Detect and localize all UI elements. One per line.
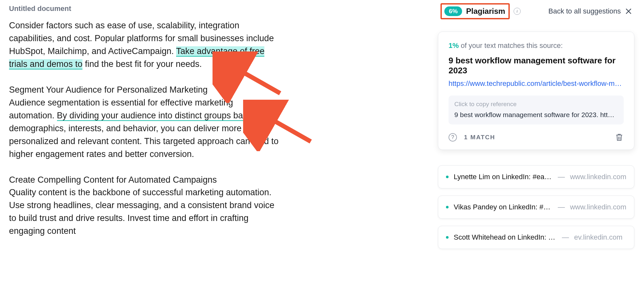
source-title: Lynette Lim on LinkedIn: #earthho… [454, 173, 553, 181]
match-percent: 1% [449, 41, 459, 50]
bullet-icon [446, 236, 449, 239]
copy-reference-hint: Click to copy reference [454, 101, 618, 108]
match-source-title: 9 best workflow management software for … [449, 56, 624, 76]
paragraph[interactable]: Consider factors such as ease of use, sc… [9, 19, 280, 71]
body-text: demographics, interests, and behavior, y… [9, 124, 279, 159]
dash: — [558, 203, 565, 211]
source-row[interactable]: Lynette Lim on LinkedIn: #earthho… — www… [438, 165, 634, 188]
bullet-icon [446, 176, 449, 178]
match-count: 1 MATCH [464, 134, 495, 141]
bullet-icon [446, 206, 449, 208]
source-title: Scott Whitehead on LinkedIn: https://… [454, 233, 557, 242]
paragraph[interactable]: Segment Your Audience for Personalized M… [9, 84, 280, 161]
dash: — [558, 173, 565, 181]
plagiarism-percent-badge: 6% [444, 6, 462, 16]
plagiarism-label: Plagiarism [466, 7, 505, 16]
plagiarism-score-box[interactable]: 6% Plagiarism [440, 3, 510, 19]
match-percent-line: 1% of your text matches this source: [449, 41, 624, 50]
source-domain: www.linkedin.com [570, 173, 626, 181]
section-heading: Segment Your Audience for Personalized M… [9, 85, 208, 95]
help-icon[interactable]: ? [449, 133, 457, 142]
body-text: Quality content is the backbone of succe… [9, 188, 274, 236]
close-icon[interactable] [625, 8, 632, 14]
source-row[interactable]: Vikas Pandey on LinkedIn: #produ… — www.… [438, 196, 634, 219]
plagiarism-underline[interactable]: By dividing your audience into distinct … [57, 111, 269, 121]
plagiarism-panel: 6% Plagiarism i Back to all suggestions … [438, 0, 644, 284]
source-title: Vikas Pandey on LinkedIn: #produ… [454, 203, 553, 211]
source-domain: ev.linkedin.com [574, 233, 622, 242]
back-to-suggestions-link[interactable]: Back to all suggestions [548, 7, 621, 15]
match-card[interactable]: 1% of your text matches this source: 9 b… [438, 32, 634, 150]
trash-icon[interactable] [615, 133, 624, 142]
document-body[interactable]: Consider factors such as ease of use, sc… [0, 19, 280, 238]
copy-reference-box[interactable]: Click to copy reference 9 best workflow … [449, 96, 624, 124]
editor-pane: Untitled document Consider factors such … [0, 0, 438, 284]
match-source-url[interactable]: https://www.techrepublic.com/article/bes… [449, 79, 624, 88]
section-heading: Create Compelling Content for Automated … [9, 175, 217, 185]
source-row[interactable]: Scott Whitehead on LinkedIn: https://… —… [438, 226, 634, 249]
info-icon[interactable]: i [514, 8, 521, 15]
dash: — [562, 233, 569, 242]
copy-reference-text: 9 best workflow management software for … [454, 111, 618, 119]
paragraph[interactable]: Create Compelling Content for Automated … [9, 174, 280, 238]
document-title[interactable]: Untitled document [0, 0, 428, 19]
source-domain: www.linkedin.com [570, 203, 626, 211]
body-text: find the best fit for your needs. [85, 59, 202, 69]
